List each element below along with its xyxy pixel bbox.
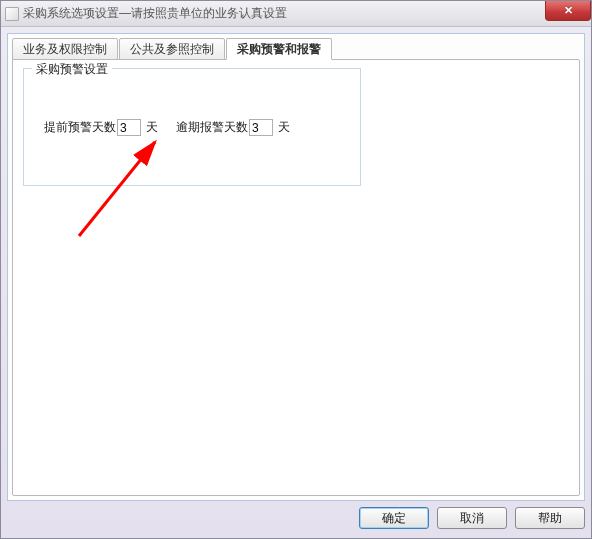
titlebar: 采购系统选项设置—请按照贵单位的业务认真设置 ✕ [1,1,591,27]
window-controls: ✕ [545,1,591,21]
overdue-alert-days-input[interactable] [249,119,273,136]
overdue-alert-label: 逾期报警天数 [176,119,248,136]
overdue-alert-unit: 天 [278,119,290,136]
early-warn-days-input[interactable] [117,119,141,136]
group-purchase-alert-settings: 采购预警设置 提前预警天数 天 逾期报警天数 天 [23,68,361,186]
help-button[interactable]: 帮助 [515,507,585,529]
client-area: 业务及权限控制 公共及参照控制 采购预警和报警 采购预警设置 提前预警天数 天 … [1,27,591,538]
content-panel: 业务及权限控制 公共及参照控制 采购预警和报警 采购预警设置 提前预警天数 天 … [7,33,585,501]
ok-button[interactable]: 确定 [359,507,429,529]
tab-purchase-alert[interactable]: 采购预警和报警 [226,38,332,60]
settings-row: 提前预警天数 天 逾期报警天数 天 [44,119,290,136]
tab-business-permission[interactable]: 业务及权限控制 [12,38,118,60]
close-button[interactable]: ✕ [545,1,591,21]
tab-public-reference[interactable]: 公共及参照控制 [119,38,225,60]
group-title: 采购预警设置 [32,61,112,78]
window-title: 采购系统选项设置—请按照贵单位的业务认真设置 [23,5,287,22]
app-icon [5,7,19,21]
tabstrip: 业务及权限控制 公共及参照控制 采购预警和报警 [12,38,333,60]
dialog-button-bar: 确定 取消 帮助 [7,504,585,532]
cancel-button[interactable]: 取消 [437,507,507,529]
early-warn-label: 提前预警天数 [44,119,116,136]
early-warn-unit: 天 [146,119,158,136]
dialog-window: 采购系统选项设置—请按照贵单位的业务认真设置 ✕ 业务及权限控制 公共及参照控制… [0,0,592,539]
tab-page-purchase-alert: 采购预警设置 提前预警天数 天 逾期报警天数 天 [12,59,580,496]
